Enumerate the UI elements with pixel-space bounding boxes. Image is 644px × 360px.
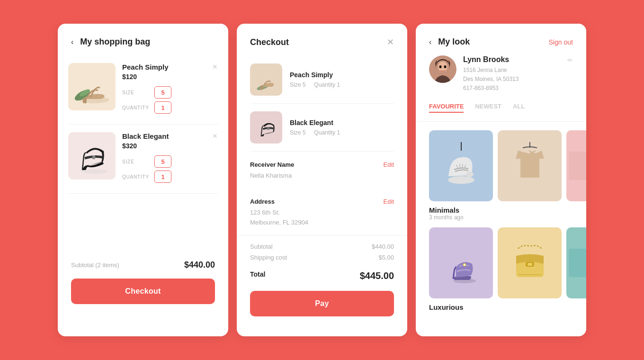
checkout-button[interactable]: Checkout — [71, 279, 215, 304]
partial-teal-svg — [569, 239, 586, 287]
look-thumb-sneakers[interactable] — [429, 130, 493, 201]
address-edit-btn[interactable]: Edit — [384, 198, 394, 205]
receiver-value: Nella Kharisma — [250, 171, 394, 181]
peach-shoe-svg — [71, 67, 113, 107]
user-address-line1: 1516 Jenna Lane — [463, 67, 507, 73]
look-thumb-partial-pink[interactable] — [566, 130, 586, 201]
address-line1: 123 6th St. — [250, 209, 280, 216]
edit-profile-icon[interactable]: ✏ — [567, 56, 573, 64]
look-grid: Minimals 3 months ago — [416, 122, 586, 311]
price-breakdown: Subtotal $440.00 Shipping cost $5.00 Tot… — [237, 235, 407, 281]
checkout-item2-size: Size 5 — [290, 129, 305, 136]
total-row: Total $445.00 — [250, 266, 394, 281]
subtotal-price-row: Subtotal $440.00 — [250, 243, 394, 250]
user-name: Lynn Brooks — [463, 55, 561, 64]
svg-point-12 — [444, 65, 447, 68]
cart-item-black: Black Elegant $320 SIZE 5 QUANTITY 1 ✕ — [68, 125, 218, 194]
sneaker-svg — [440, 142, 483, 189]
checkout-panel: Checkout ✕ Peach Simply Size 5 — [237, 24, 407, 336]
checkout-items-list: Peach Simply Size 5 Quantity 1 — [237, 56, 407, 152]
look-title-2: Luxurious — [429, 303, 573, 311]
svg-rect-8 — [267, 127, 269, 130]
sign-out-button[interactable]: Sign out — [549, 38, 573, 46]
pay-button[interactable]: Pay — [250, 291, 394, 316]
svg-rect-17 — [569, 152, 586, 180]
address-line2: Melbourne, FL 32904 — [250, 219, 308, 226]
back-icon-look[interactable]: ‹ — [429, 38, 431, 46]
item2-name: Black Elegant — [122, 132, 218, 140]
size-label-2: SIZE — [122, 159, 149, 164]
subtotal-value: $440.00 — [184, 260, 215, 270]
item1-qty-row: QUANTITY 1 — [122, 101, 218, 114]
panel2-header: Checkout ✕ — [237, 24, 407, 56]
look-thumb-bag[interactable] — [498, 227, 562, 298]
tab-all[interactable]: ALL — [513, 103, 525, 113]
look-caption-1: Minimals 3 months ago — [429, 206, 573, 221]
user-avatar — [429, 55, 456, 83]
look-thumb-top[interactable] — [498, 130, 562, 201]
remove-item1-icon[interactable]: ✕ — [212, 63, 218, 71]
checkout-item1-meta: Size 5 Quantity 1 — [290, 81, 340, 88]
panel1-title: My shopping bag — [80, 37, 150, 47]
panel1-footer: Subtotal (2 items) $440.00 Checkout — [58, 251, 228, 317]
user-section: Lynn Brooks 1516 Jenna Lane Des Moines, … — [416, 55, 586, 103]
receiver-edit-btn[interactable]: Edit — [384, 161, 394, 168]
item1-details: Peach Simply $120 SIZE 5 QUANTITY 1 — [122, 63, 218, 117]
checkout-item1-size: Size 5 — [290, 81, 305, 88]
shipping-price-row: Shipping cost $5.00 — [250, 254, 394, 261]
user-address-line2: Des Moines, IA 50313 — [463, 76, 519, 82]
top-svg — [509, 142, 551, 189]
user-info: Lynn Brooks 1516 Jenna Lane Des Moines, … — [463, 55, 561, 93]
close-checkout-icon[interactable]: ✕ — [387, 37, 394, 47]
svg-rect-3 — [83, 98, 87, 103]
subtotal-price-label: Subtotal — [250, 243, 273, 250]
checkout-item1-info: Peach Simply Size 5 Quantity 1 — [290, 71, 340, 88]
checkout-item-black: Black Elegant Size 5 Quantity 1 — [250, 104, 394, 152]
tab-favourite[interactable]: FAVOURITE — [429, 103, 464, 113]
tab-newest[interactable]: NEWEST — [475, 103, 501, 113]
receiver-label: Receiver Name — [250, 161, 294, 168]
shopping-bag-panel: ‹ My shopping bag — [58, 24, 228, 336]
item1-qty-value[interactable]: 1 — [154, 101, 171, 114]
item2-size-value[interactable]: 5 — [154, 155, 171, 168]
checkout-thumb-peach — [250, 63, 282, 96]
receiver-section: Receiver Name Edit Nella Kharisma — [237, 152, 407, 181]
address-section: Address Edit 123 6th St. Melbourne, FL 3… — [237, 189, 407, 228]
checkout-item1-qty: Quantity 1 — [314, 81, 340, 88]
checkout-item2-meta: Size 5 Quantity 1 — [290, 129, 340, 136]
address-row: Address Edit — [250, 198, 394, 205]
svg-rect-23 — [528, 263, 532, 266]
panel2-title: Checkout — [250, 37, 289, 47]
item2-qty-value[interactable]: 1 — [154, 171, 171, 183]
user-phone: 617-863-8953 — [463, 85, 499, 91]
look-thumb-heels[interactable] — [429, 227, 493, 298]
item1-size-value[interactable]: 5 — [154, 86, 171, 99]
look-caption-2: Luxurious — [429, 303, 573, 311]
item1-size-row: SIZE 5 — [122, 86, 218, 99]
checkout-black-heel — [253, 115, 279, 141]
svg-rect-5 — [92, 155, 95, 159]
partial-pink-svg — [569, 142, 586, 189]
address-value: 123 6th St. Melbourne, FL 32904 — [250, 208, 394, 228]
item2-qty-row: QUANTITY 1 — [122, 171, 218, 183]
back-icon[interactable]: ‹ — [71, 38, 73, 46]
svg-point-15 — [466, 171, 474, 177]
bag-svg — [509, 239, 551, 287]
item-image-peach — [68, 63, 116, 110]
subtotal-row: Subtotal (2 items) $440.00 — [71, 260, 215, 270]
checkout-peach-shoe — [253, 68, 279, 91]
item2-size-row: SIZE 5 — [122, 155, 218, 168]
look-thumb-partial-teal[interactable] — [566, 227, 586, 298]
svg-point-11 — [439, 65, 442, 68]
item2-price: $320 — [122, 142, 218, 150]
shipping-price-label: Shipping cost — [250, 254, 287, 261]
look-title-1: Minimals — [429, 206, 573, 214]
item1-price: $120 — [122, 73, 218, 81]
item-image-black — [68, 132, 116, 180]
remove-item2-icon[interactable]: ✕ — [212, 132, 218, 140]
cart-items-list: Peach Simply $120 SIZE 5 QUANTITY 1 ✕ — [58, 55, 228, 194]
avatar-image — [429, 55, 456, 83]
address-label: Address — [250, 198, 275, 205]
look-row-2 — [429, 227, 573, 298]
black-heel-svg — [71, 135, 113, 177]
